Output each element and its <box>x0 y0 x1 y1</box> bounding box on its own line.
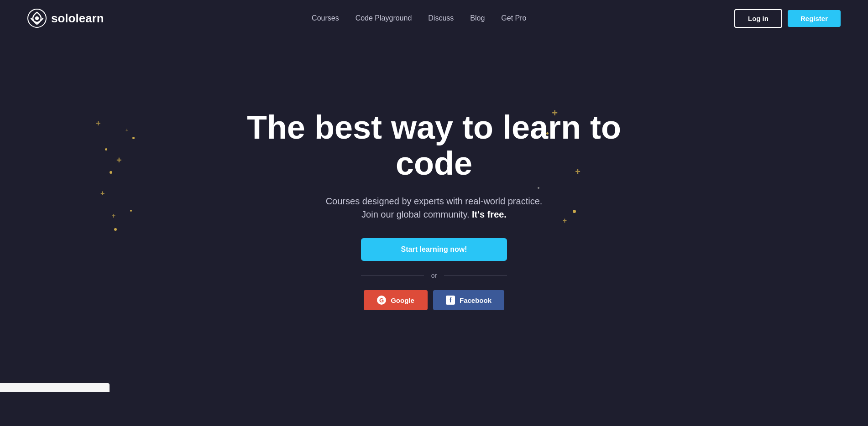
logo-link[interactable]: sololearn <box>27 9 104 28</box>
logo-text: sololearn <box>51 11 104 26</box>
divider-text: or <box>431 272 437 279</box>
particle-5: + <box>125 128 128 133</box>
bottom-bar-decoration <box>0 383 110 392</box>
nav-links: Courses Code Playground Discuss Blog Get… <box>312 14 526 22</box>
facebook-signin-button[interactable]: f Facebook <box>433 290 504 310</box>
hero-subtitle-line2-bold: It's free. <box>472 209 507 219</box>
social-buttons: G Google f Facebook <box>364 290 504 310</box>
login-button[interactable]: Log in <box>734 9 782 28</box>
divider-line-right <box>444 275 507 276</box>
google-icon: G <box>377 296 386 305</box>
nav-buttons: Log in Register <box>734 9 841 28</box>
nav-get-pro[interactable]: Get Pro <box>501 14 526 22</box>
hero-title: The best way to learn to code <box>229 109 639 182</box>
dot-3 <box>130 210 132 212</box>
particle-r3: + <box>563 217 567 225</box>
dot-5 <box>105 148 107 151</box>
particle-3: + <box>100 189 105 197</box>
hero-subtitle-line2: Join our global community. It's free. <box>361 209 507 220</box>
particle-2: + <box>116 155 122 166</box>
nav-courses[interactable]: Courses <box>312 14 339 22</box>
sololearn-logo-icon <box>27 9 47 28</box>
google-signin-button[interactable]: G Google <box>364 290 428 310</box>
dot-1 <box>110 171 112 174</box>
divider-line-left <box>361 275 424 276</box>
particle-4: + <box>112 212 115 219</box>
dot-4 <box>114 228 117 231</box>
divider-row: or <box>361 272 507 279</box>
start-learning-button[interactable]: Start learning now! <box>361 238 507 261</box>
dot-r3 <box>538 187 539 189</box>
hero-subtitle-line2-plain: Join our global community. <box>361 209 469 219</box>
facebook-icon: f <box>446 296 455 305</box>
google-label: Google <box>391 296 414 304</box>
dot-2 <box>132 137 135 139</box>
nav-code-playground[interactable]: Code Playground <box>356 14 412 22</box>
register-button[interactable]: Register <box>788 10 841 27</box>
svg-point-1 <box>35 16 39 20</box>
nav-blog[interactable]: Blog <box>470 14 485 22</box>
nav-discuss[interactable]: Discuss <box>428 14 454 22</box>
dot-r2 <box>573 210 576 213</box>
hero-subtitle-line1: Courses designed by experts with real-wo… <box>326 196 543 207</box>
facebook-label: Facebook <box>460 296 492 304</box>
particle-1: + <box>96 119 101 128</box>
hero-section: + + + + + + + + The best way to learn to… <box>0 36 868 392</box>
navbar: sololearn Courses Code Playground Discus… <box>0 0 868 36</box>
